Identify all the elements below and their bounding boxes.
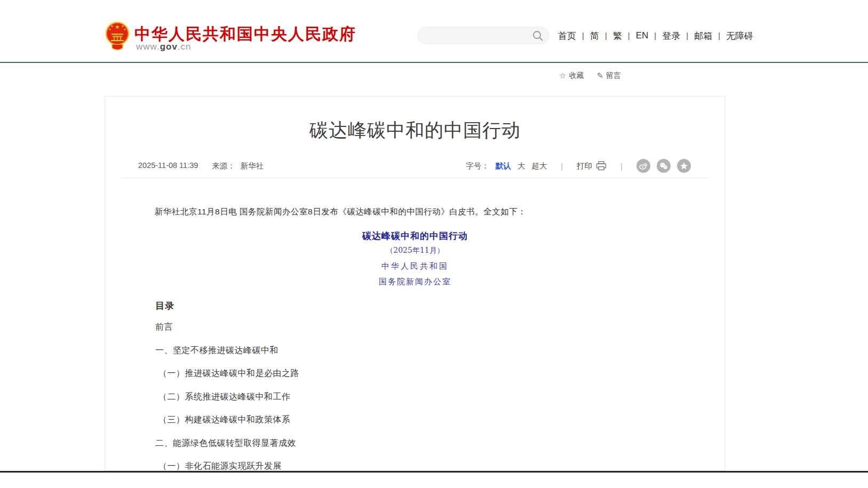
search-icon[interactable] (532, 30, 544, 42)
print-button[interactable]: 打印 (577, 161, 607, 171)
doc-title: 碳达峰碳中和的中国行动 (105, 230, 725, 242)
meta-divider (121, 178, 709, 178)
article-meta-left: 2025-11-08 11:39 来源： 新华社 (138, 161, 264, 171)
toc-item-section2: 二、能源绿色低碳转型取得显著成效 (155, 439, 299, 448)
nav-separator: | (605, 31, 607, 40)
toc-item-section1-2: （二）系统推进碳达峰碳中和工作 (158, 393, 299, 402)
weibo-share-icon[interactable] (636, 159, 650, 173)
nav-separator: | (582, 31, 584, 40)
doc-org-line2: 国务院新闻办公室 (105, 277, 725, 287)
doc-date: （2025年11月） (105, 246, 725, 255)
article-meta: 2025-11-08 11:39 来源： 新华社 字号： 默认 大 超大 | 打… (138, 159, 691, 173)
svg-text:★: ★ (108, 28, 111, 31)
toc-item-section1: 一、坚定不移推进碳达峰碳中和 (155, 346, 299, 355)
meta-separator: | (620, 162, 623, 171)
message-button[interactable]: ✎ 留言 (596, 71, 621, 81)
page-actions-row: ☆ 收藏 ✎ 留言 (559, 71, 621, 81)
svg-text:★: ★ (123, 28, 126, 31)
favorite-button[interactable]: ☆ 收藏 (559, 71, 584, 81)
printer-icon (596, 161, 607, 171)
doc-org-line1: 中华人民共和国 (105, 261, 725, 271)
search-box[interactable] (417, 27, 550, 44)
source-value[interactable]: 新华社 (241, 161, 264, 171)
search-input[interactable] (426, 28, 525, 43)
article-title: 碳达峰碳中和的中国行动 (105, 118, 725, 143)
source-label: 来源： (212, 161, 235, 171)
nav-traditional[interactable]: 繁 (613, 30, 622, 42)
nav-simplified[interactable]: 简 (590, 30, 599, 42)
toc-item-section1-1: （一）推进碳达峰碳中和是必由之路 (158, 369, 299, 378)
font-size-large[interactable]: 大 (517, 161, 525, 171)
site-url: www.gov.cn (136, 42, 192, 52)
nav-home[interactable]: 首页 (558, 30, 576, 42)
article-container: 碳达峰碳中和的中国行动 2025-11-08 11:39 来源： 新华社 字号：… (105, 96, 726, 471)
print-label: 打印 (577, 161, 592, 171)
nav-accessibility[interactable]: 无障碍 (726, 30, 753, 42)
toc-item-preface: 前言 (155, 323, 299, 332)
national-emblem-logo: ★ ★ ★ ★ ★ (105, 20, 130, 53)
svg-text:★: ★ (115, 24, 120, 30)
font-size-xlarge[interactable]: 超大 (531, 161, 547, 171)
toc-item-section2-1: （一）非化石能源实现跃升发展 (158, 462, 299, 471)
meta-separator: | (561, 162, 563, 171)
lead-paragraph: 新华社北京11月8日电 国务院新闻办公室8日发布《碳达峰碳中和的中国行动》白皮书… (138, 206, 692, 218)
nav-separator: | (628, 31, 630, 40)
toc-title: 目录 (155, 300, 174, 312)
nav-login[interactable]: 登录 (662, 30, 680, 42)
font-size-default[interactable]: 默认 (496, 161, 511, 171)
star-icon: ☆ (559, 71, 566, 81)
top-nav: 首页 | 简 | 繁 | EN | 登录 | 邮箱 | 无障碍 (558, 29, 753, 42)
article-date: 2025-11-08 11:39 (138, 161, 198, 171)
article-meta-right: 字号： 默认 大 超大 | 打印 | (466, 159, 691, 173)
nav-separator: | (686, 31, 688, 40)
nav-mail[interactable]: 邮箱 (694, 30, 712, 42)
site-header: ★ ★ ★ ★ ★ 中华人民共和国中央人民政府 www.gov.cn 首页 | … (0, 0, 868, 63)
nav-separator: | (718, 31, 720, 40)
site-url-domain: gov (160, 42, 178, 52)
toc-item-section1-3: （三）构建碳达峰碳中和政策体系 (158, 415, 299, 425)
site-url-suffix: .cn (178, 42, 192, 52)
nav-separator: | (654, 31, 656, 40)
font-size-label: 字号： (466, 161, 489, 171)
qzone-star-share-icon[interactable] (677, 159, 691, 173)
pencil-icon: ✎ (596, 71, 603, 81)
favorite-label: 收藏 (569, 71, 584, 81)
wechat-share-icon[interactable] (657, 159, 671, 173)
site-url-prefix: www. (136, 42, 160, 52)
message-label: 留言 (606, 71, 621, 81)
table-of-contents: 前言 一、坚定不移推进碳达峰碳中和 （一）推进碳达峰碳中和是必由之路 （二）系统… (155, 323, 299, 485)
viewport-bottom-divider (0, 471, 868, 473)
nav-english[interactable]: EN (636, 30, 649, 41)
